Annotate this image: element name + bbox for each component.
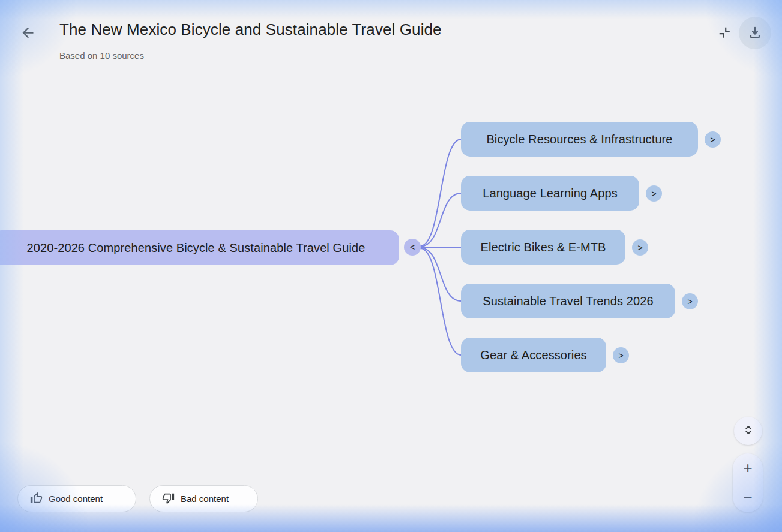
expand-node-button[interactable]: > [632,239,648,256]
sources-count: Based on 10 sources [59,50,144,61]
arrow-left-icon [20,25,36,43]
zoom-in-button[interactable]: + [733,453,763,483]
collapse-node-button[interactable]: < [404,239,421,256]
mindmap-links [0,0,782,532]
connector-line [421,139,461,246]
good-content-label: Good content [49,494,103,504]
fit-to-screen-button[interactable] [734,417,762,445]
expand-node-button[interactable]: > [682,293,698,309]
mindmap-node-electric-bikes[interactable]: Electric Bikes & E-MTB [461,230,625,265]
connector-line [421,193,461,247]
expand-node-button[interactable]: > [705,131,721,148]
back-button[interactable] [17,23,38,44]
bad-content-button[interactable]: Bad content [149,485,258,512]
expand-node-button[interactable]: > [646,185,662,202]
download-button[interactable] [739,17,771,49]
close-fullscreen-icon [718,26,731,41]
download-icon [747,25,763,42]
page-title: The New Mexico Bicycle and Sustainable T… [59,20,442,39]
mindmap-root-node[interactable]: 2020-2026 Comprehensive Bicycle & Sustai… [0,230,399,265]
mindmap-node-language-apps[interactable]: Language Learning Apps [461,176,639,211]
exit-fullscreen-button[interactable] [715,24,733,42]
zoom-out-button[interactable]: − [733,483,763,512]
mindmap-node-sustainable-trends[interactable]: Sustainable Travel Trends 2026 [461,284,675,318]
thumb-down-icon [162,492,175,506]
unfold-more-icon [742,423,755,438]
mindmap-node-gear-accessories[interactable]: Gear & Accessories [461,338,606,372]
mindmap-node-bicycle-resources[interactable]: Bicycle Resources & Infrastructure [461,122,698,157]
good-content-button[interactable]: Good content [17,485,136,512]
thumb-up-icon [30,492,43,506]
connector-line [421,248,461,355]
bad-content-label: Bad content [181,494,229,504]
expand-node-button[interactable]: > [613,347,629,363]
connector-line [421,248,461,301]
zoom-controls: + − [733,453,763,512]
